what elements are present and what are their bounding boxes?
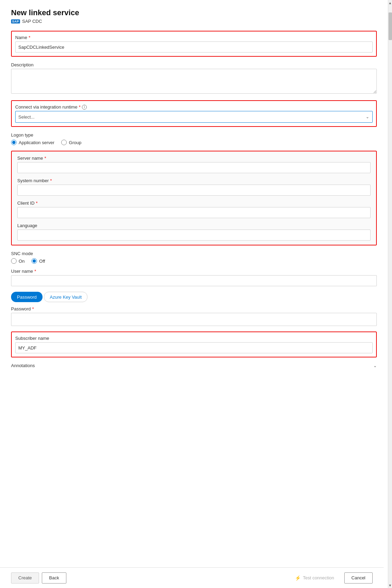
snc-on-radio[interactable] xyxy=(11,258,17,264)
snc-on-label: On xyxy=(19,259,25,264)
scrollbar-thumb[interactable] xyxy=(389,12,392,40)
integration-info-icon[interactable]: i xyxy=(82,105,87,110)
name-input[interactable] xyxy=(15,41,373,53)
server-name-required: * xyxy=(44,156,46,161)
description-input[interactable] xyxy=(11,69,377,94)
username-required: * xyxy=(35,269,36,274)
snc-mode-section: SNC mode On Off xyxy=(11,251,377,264)
logon-group-radio[interactable] xyxy=(61,140,67,145)
server-name-label: Server name * xyxy=(17,156,371,161)
scrollbar-down-arrow[interactable]: ▼ xyxy=(388,582,392,588)
logon-type-label: Logon type xyxy=(11,132,377,138)
subscriber-name-input[interactable] xyxy=(15,342,373,353)
server-name-group: Server name * xyxy=(17,156,371,173)
snc-off-radio[interactable] xyxy=(31,258,37,264)
logon-group-label: Group xyxy=(69,140,81,145)
language-label: Language xyxy=(17,223,371,228)
create-button[interactable]: Create xyxy=(11,572,39,584)
username-input[interactable] xyxy=(11,275,377,286)
annotations-section: Annotations ⌄ xyxy=(11,363,377,396)
logon-group-option[interactable]: Group xyxy=(61,140,81,145)
language-input[interactable] xyxy=(17,230,371,241)
bottom-bar: Create Back ⚡ Test connection Cancel xyxy=(0,567,384,588)
language-group: Language xyxy=(17,223,371,241)
description-group: Description xyxy=(11,62,377,95)
system-number-label: System number * xyxy=(17,178,371,183)
sap-logo: SAP xyxy=(11,19,20,24)
logon-application-server-radio[interactable] xyxy=(11,140,17,145)
integration-runtime-select[interactable]: Select... xyxy=(15,111,373,123)
sap-badge: SAP SAP CDC xyxy=(11,19,377,24)
password-label: Password * xyxy=(11,306,377,311)
client-id-input[interactable] xyxy=(17,207,371,218)
username-label: User name * xyxy=(11,269,377,274)
password-required: * xyxy=(32,306,34,311)
name-label: Name * xyxy=(15,35,373,40)
sap-service-label: SAP CDC xyxy=(22,19,42,24)
test-connection-button[interactable]: ⚡ Test connection xyxy=(288,572,341,584)
integration-runtime-box: Connect via integration runtime * i Sele… xyxy=(11,100,377,127)
password-tabs-row: Password Azure Key Vault xyxy=(11,292,377,302)
subscriber-name-box: Subscriber name xyxy=(11,332,377,357)
password-tab[interactable]: Password xyxy=(11,292,43,302)
page-title: New linked service xyxy=(11,8,377,17)
password-group: Password * xyxy=(11,306,377,326)
system-number-group: System number * xyxy=(17,178,371,196)
client-id-group: Client ID * xyxy=(17,200,371,218)
integration-runtime-label: Connect via integration runtime * i xyxy=(15,104,373,110)
annotations-chevron-icon[interactable]: ⌄ xyxy=(373,363,377,368)
cancel-button[interactable]: Cancel xyxy=(344,572,373,584)
snc-on-option[interactable]: On xyxy=(11,258,25,264)
client-id-required: * xyxy=(36,200,38,206)
server-name-input[interactable] xyxy=(17,162,371,173)
subscriber-name-label: Subscriber name xyxy=(15,336,373,341)
scrollbar-up-arrow[interactable]: ▲ xyxy=(388,0,392,6)
system-number-input[interactable] xyxy=(17,185,371,196)
snc-off-option[interactable]: Off xyxy=(31,258,45,264)
client-id-label: Client ID * xyxy=(17,200,371,206)
logon-application-server-option[interactable]: Application server xyxy=(11,140,54,145)
password-input[interactable] xyxy=(11,313,377,326)
integration-runtime-select-wrapper: Select... ⌄ xyxy=(15,111,373,123)
azure-key-vault-tab[interactable]: Azure Key Vault xyxy=(44,292,87,302)
integration-required-star: * xyxy=(79,104,81,110)
server-fields-box: Server name * System number * Client ID … xyxy=(11,151,377,245)
logon-type-section: Logon type Application server Group xyxy=(11,132,377,145)
annotations-label: Annotations xyxy=(11,363,35,368)
system-number-required: * xyxy=(50,178,52,183)
name-required-star: * xyxy=(29,35,30,40)
username-group: User name * xyxy=(11,269,377,286)
scrollbar: ▲ ▼ xyxy=(388,0,392,588)
name-field-box: Name * xyxy=(11,31,377,57)
test-connection-icon: ⚡ xyxy=(295,575,301,581)
description-label: Description xyxy=(11,62,377,67)
back-button[interactable]: Back xyxy=(42,572,66,584)
snc-mode-label: SNC mode xyxy=(11,251,377,256)
snc-mode-radio-group: On Off xyxy=(11,258,377,264)
logon-type-radio-group: Application server Group xyxy=(11,140,377,145)
snc-off-label: Off xyxy=(39,259,45,264)
logon-application-server-label: Application server xyxy=(19,140,54,145)
